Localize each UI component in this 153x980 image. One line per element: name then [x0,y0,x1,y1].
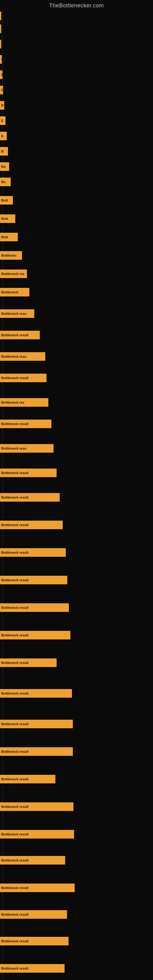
bar-label: E [1,57,2,61]
bar-label: Bottleneck result [1,967,29,970]
bar-label: Bottleneck result [1,333,29,337]
bar-label: B [1,150,4,153]
bar-label: Bottleneck result [1,495,29,499]
bar-item: Bottleneck result [0,420,51,428]
bar-label: Bott [1,217,8,221]
bar-item: Bottleneck result [0,802,73,811]
bar-item: Bottleneck resu [0,444,54,453]
bar-label: Bottleneck result [1,633,29,637]
bar-label: Bottleneck result [1,578,29,582]
bar-label: Bottlenec [1,254,16,257]
bar-label: Bottleneck [1,290,18,294]
bar-item: Bottleneck resu [0,352,45,361]
bar-label: Bottleneck result [1,858,29,862]
bar-label: Bottleneck result [1,777,29,781]
bar-label: Bottleneck res [1,272,24,275]
bar-label: Bottleneck result [1,606,29,609]
bar-item: Bottleneck result [0,520,63,529]
site-title: TheBottlenecker.com [0,0,153,10]
bar-label: B [1,103,4,107]
bar-item: Bottleneck result [0,910,67,919]
bar-item: Bottleneck result [0,856,65,865]
bar-item: Bottleneck result [0,964,65,973]
bar-item: Bottleneck result [0,469,57,477]
bar-item: Bottleneck result [0,659,57,667]
bar-label: Bottleneck resu [1,447,27,450]
bar-label: Bottleneck result [1,550,29,554]
bar-item: Bottleneck resu [0,309,34,318]
bar-label: E [1,134,3,138]
bar-label: Bott [1,199,8,202]
bar-label: Bottleneck result [1,376,29,380]
bar-label: Bottleneck result [1,523,29,527]
bar-item: F [0,86,3,94]
bar-item: E [0,55,2,64]
bar-item: B [0,101,4,110]
bar-item: E [0,116,5,125]
bar-label: E [1,73,2,76]
bar-item: Bott [0,196,13,205]
bar-label: E [1,119,3,123]
chart-container: TheBottlenecker.com EEFBEEBBoBoBottBottB… [0,0,153,980]
bar-item: B [0,147,8,156]
bar-item: Bo [0,162,9,171]
bar-item: Bottleneck result [0,631,70,640]
bar-item: Bottleneck res [0,398,48,407]
bar-label: Bottleneck result [1,471,29,475]
bar-label: Bottleneck result [1,722,29,726]
bar-item: Bottlenec [0,251,22,260]
bar-item: Bottleneck result [0,331,40,339]
bar-item: Bottleneck result [0,830,74,838]
bar-label: Bottleneck result [1,832,29,836]
bar-label: Bottleneck result [1,661,29,665]
bar-label: Bottleneck res [1,401,24,404]
bar-item: E [0,70,2,79]
bar-item: Bottleneck result [0,747,73,756]
bar-item [0,24,1,33]
bar-item: Bottleneck result [0,937,69,945]
bar-item: Bott [0,215,15,223]
bar-item: Bottleneck result [0,374,46,382]
bar-item [0,12,1,20]
bar-item [0,40,1,48]
bar-label: Bottleneck resu [1,355,27,358]
bar-label: Bottleneck result [1,692,29,695]
bar-item: Bottleneck result [0,720,73,728]
bar-item: Bo [0,178,11,186]
bar-label: Bott [1,235,8,239]
bar-label: F [1,88,3,92]
bar-label: Bottleneck result [1,805,29,808]
bar-item: Bottleneck result [0,689,72,698]
bar-label: Bottleneck result [1,939,29,943]
bar-item: Bottleneck result [0,603,69,612]
bar-item: Bottleneck res [0,269,27,278]
bar-label: Bo [1,180,6,184]
bar-label: Bottleneck result [1,886,29,890]
bar-label: Bottleneck result [1,913,29,916]
bar-label: Bo [1,165,6,169]
bar-item: Bottleneck result [0,576,67,584]
bar-item: Bottleneck result [0,493,60,502]
bar-item: Bottleneck result [0,775,56,783]
bar-item: Bottleneck result [0,548,66,557]
bar-item: Bottleneck [0,288,29,296]
bar-item: Bott [0,233,18,241]
bar-label: Bottleneck resu [1,312,27,315]
bar-label: Bottleneck result [1,422,29,426]
bar-item: E [0,132,7,140]
bar-label: Bottleneck result [1,750,29,753]
bar-item: Bottleneck result [0,883,75,892]
